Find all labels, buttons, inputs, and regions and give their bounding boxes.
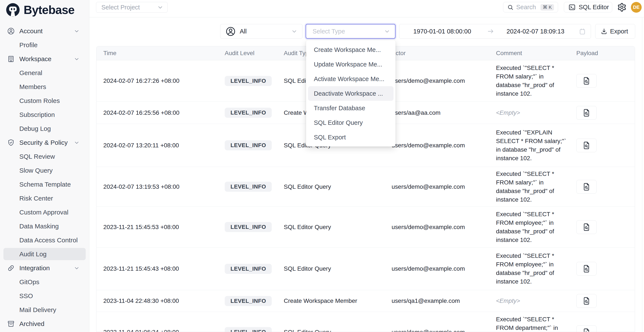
- date-range-end[interactable]: 2024-02-07 18:09:13: [506, 24, 564, 38]
- sidebar-item-label: Slow Query: [19, 167, 53, 174]
- avatar[interactable]: DE: [631, 2, 642, 13]
- sidebar-item-data-masking[interactable]: Data Masking: [0, 219, 89, 233]
- sidebar-item-sso[interactable]: SSO: [0, 289, 89, 303]
- type-filter-select[interactable]: Select Type: [306, 24, 396, 39]
- table-row: 2024-02-07 13:19:53 +08:00LEVEL_INFOSQL …: [96, 167, 635, 207]
- sidebar-item-security-policy[interactable]: Security & Policy: [0, 136, 89, 150]
- payload-view-button[interactable]: [576, 325, 596, 332]
- sidebar-item-debug-log[interactable]: Debug Log: [0, 122, 89, 136]
- cell-time: 2024-02-07 16:25:56 +08:00: [96, 109, 218, 116]
- actor-filter-select[interactable]: All: [220, 24, 302, 39]
- download-icon: [600, 28, 608, 35]
- chevron-down-icon: [74, 265, 80, 271]
- sql-editor-label: SQL Editor: [579, 4, 609, 11]
- sidebar-item-workspace[interactable]: Workspace: [0, 52, 89, 66]
- sql-editor-button[interactable]: SQL Editor: [564, 2, 612, 12]
- chevron-down-icon: [74, 56, 80, 62]
- cell-actor: users/demo@example.com: [385, 329, 489, 332]
- sidebar-item-label: GitOps: [19, 278, 39, 286]
- payload-view-button[interactable]: [576, 74, 596, 88]
- sidebar-item-label: Custom Roles: [19, 97, 60, 104]
- sidebar-item-archived[interactable]: Archived: [0, 317, 89, 331]
- type-menu-option[interactable]: Activate Workspace Me...: [308, 72, 394, 86]
- type-menu-option[interactable]: Update Workspace Me...: [308, 57, 394, 72]
- sidebar-item-label: Schema Template: [19, 181, 71, 188]
- cell-payload: [570, 74, 635, 88]
- column-header-audit-level: Audit Level: [218, 50, 277, 57]
- cell-actor: users/demo@example.com: [385, 265, 489, 272]
- sidebar-item-custom-approval[interactable]: Custom Approval: [0, 205, 89, 219]
- payload-view-button[interactable]: [576, 294, 596, 308]
- arrow-right-icon: [487, 24, 496, 38]
- cell-payload: [570, 139, 635, 152]
- sidebar-item-sql-review[interactable]: SQL Review: [0, 150, 89, 164]
- date-range-picker[interactable]: 1970-01-01 08:00:00 2024-02-07 18:09:13: [399, 24, 591, 39]
- brand-name: Bytebase: [24, 3, 74, 17]
- payload-view-button[interactable]: [576, 262, 596, 276]
- type-filter-dropdown: Create Workspace Me...Update Workspace M…: [306, 40, 396, 147]
- search-input[interactable]: Search ⌘ K: [503, 2, 558, 12]
- cell-comment: Executed `"SELECT * FROM salary;"` in da…: [489, 64, 570, 98]
- sidebar-item-label: Security & Policy: [19, 139, 68, 146]
- sidebar-item-integration[interactable]: Integration: [0, 261, 89, 275]
- cell-audit-type: SQL Editor Query: [277, 183, 385, 190]
- sidebar-item-label: General: [19, 69, 42, 77]
- export-button[interactable]: Export: [595, 24, 635, 39]
- export-label: Export: [610, 28, 628, 35]
- chevron-down-icon: [384, 28, 390, 34]
- sidebar-item-risk-center[interactable]: Risk Center: [0, 191, 89, 205]
- level-badge: LEVEL_INFO: [225, 296, 272, 306]
- date-range-start[interactable]: 1970-01-01 08:00:00: [413, 24, 471, 38]
- bytebase-logo[interactable]: Bytebase: [0, 0, 89, 20]
- cell-time: 2023-11-21 15:45:43 +08:00: [96, 265, 218, 272]
- level-badge: LEVEL_INFO: [225, 182, 272, 192]
- cell-time: 2023-11-04 01:06:34 +08:00: [96, 329, 218, 332]
- sidebar-item-members[interactable]: Members: [0, 80, 89, 94]
- type-menu-option[interactable]: Deactivate Workspace ...: [308, 86, 394, 101]
- payload-view-button[interactable]: [576, 106, 596, 120]
- sidebar-item-custom-roles[interactable]: Custom Roles: [0, 94, 89, 108]
- search-placeholder: Search: [516, 4, 536, 11]
- type-menu-option[interactable]: Transfer Database: [308, 101, 394, 115]
- payload-view-button[interactable]: [576, 220, 596, 234]
- chevron-down-icon: [157, 4, 164, 10]
- table-row: 2023-11-21 15:45:53 +08:00LEVEL_INFOSQL …: [96, 207, 635, 247]
- cell-time: 2023-11-21 15:45:53 +08:00: [96, 224, 218, 231]
- sidebar-item-schema-template[interactable]: Schema Template: [0, 177, 89, 191]
- cell-audit-level: LEVEL_INFO: [218, 222, 277, 232]
- type-menu-option[interactable]: SQL Editor Query: [308, 115, 394, 130]
- sidebar-item-account[interactable]: Account: [0, 24, 89, 38]
- sidebar-item-mail-delivery[interactable]: Mail Delivery: [0, 303, 89, 317]
- cell-payload: [570, 262, 635, 276]
- sidebar-item-slow-query[interactable]: Slow Query: [0, 164, 89, 177]
- calendar-icon: [579, 28, 586, 35]
- sidebar-item-gitops[interactable]: GitOps: [0, 275, 89, 289]
- type-menu-option[interactable]: SQL Export: [308, 130, 394, 145]
- cell-comment: Executed `"SELECT * FROM employee;"` in …: [489, 210, 570, 244]
- search-icon: [507, 4, 514, 10]
- sidebar-item-subscription[interactable]: Subscription: [0, 108, 89, 122]
- project-select[interactable]: Select Project: [96, 2, 168, 13]
- sidebar-item-profile[interactable]: Profile: [0, 38, 89, 52]
- search-shortcut-badge: ⌘ K: [540, 4, 554, 10]
- cell-comment: Executed `"SELECT * FROM employee;"` in …: [489, 252, 570, 286]
- payload-view-button[interactable]: [576, 139, 596, 152]
- main-area: Select Project Search ⌘ K SQL Editor DE …: [89, 0, 644, 332]
- type-menu-option[interactable]: Create Workspace Me...: [308, 42, 394, 57]
- cell-audit-level: LEVEL_INFO: [218, 264, 277, 274]
- type-menu-option-label: Transfer Database: [314, 105, 365, 112]
- level-badge: LEVEL_INFO: [225, 76, 272, 86]
- type-filter-placeholder: Select Type: [312, 28, 345, 35]
- link-icon: [7, 264, 15, 272]
- sidebar-item-label: Data Access Control: [19, 237, 78, 244]
- payload-view-button[interactable]: [576, 180, 596, 194]
- cell-comment: Executed `"SELECT * FROM salary;"` in da…: [489, 170, 570, 204]
- settings-gear-icon[interactable]: [617, 2, 626, 12]
- terminal-icon: [568, 4, 576, 11]
- sidebar-item-general[interactable]: General: [0, 66, 89, 80]
- sidebar-item-audit-log[interactable]: Audit Log: [0, 247, 89, 261]
- cell-audit-level: LEVEL_INFO: [218, 76, 277, 86]
- shield-check-icon: [7, 139, 15, 147]
- sidebar-item-data-access-control[interactable]: Data Access Control: [0, 233, 89, 247]
- cell-payload: [570, 180, 635, 194]
